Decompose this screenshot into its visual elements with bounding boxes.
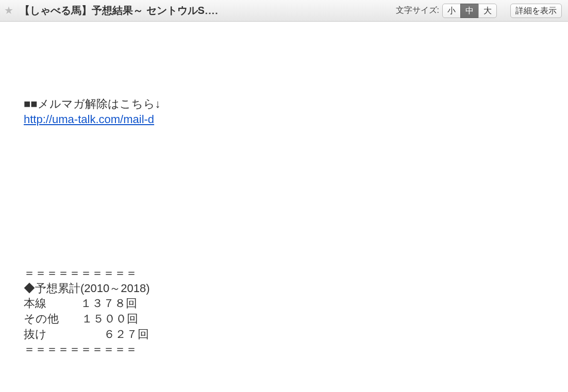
fontsize-large-button[interactable]: 大 <box>478 4 497 18</box>
stats-row-2-label: 抜け <box>24 328 47 340</box>
details-button[interactable]: 詳細を表示 <box>510 4 562 18</box>
unsubscribe-link[interactable]: http://uma-talk.com/mail-d <box>24 113 154 126</box>
fontsize-label: 文字サイズ: <box>396 5 439 16</box>
divider-bottom: ＝＝＝＝＝＝＝＝＝＝ <box>24 343 137 355</box>
fontsize-small-button[interactable]: 小 <box>442 4 461 18</box>
stats-block: ＝＝＝＝＝＝＝＝＝＝ ◆予想累計(2010～2018) 本線 １３７８回 その他… <box>24 265 544 357</box>
divider-top: ＝＝＝＝＝＝＝＝＝＝ <box>24 266 137 279</box>
header-bar: ★ 【しゃべる馬】予想結果～ セントウルS‥‥ 文字サイズ: 小 中 大 詳細を… <box>0 0 568 22</box>
stats-row-1-value: １５００回 <box>81 312 138 325</box>
stats-row-0-value: １３７８回 <box>80 297 137 310</box>
star-icon[interactable]: ★ <box>4 5 15 16</box>
page-title: 【しゃべる馬】予想結果～ セントウルS‥‥ <box>20 4 218 18</box>
fontsize-medium-button[interactable]: 中 <box>460 4 479 18</box>
stats-row-2-value: ６２７回 <box>104 328 149 340</box>
stats-row-1-label: その他 <box>24 312 59 325</box>
stats-heading: ◆予想累計(2010～2018) <box>24 282 150 295</box>
stats-row-0-label: 本線 <box>24 297 46 310</box>
fontsize-group: 文字サイズ: 小 中 大 <box>396 4 497 18</box>
fontsize-buttons: 小 中 大 <box>442 4 497 18</box>
email-content: ■■メルマガ解除はこちら↓ http://uma-talk.com/mail-d… <box>0 22 568 392</box>
unsubscribe-label: ■■メルマガ解除はこちら↓ <box>24 97 161 110</box>
unsubscribe-block: ■■メルマガ解除はこちら↓ http://uma-talk.com/mail-d <box>24 96 544 127</box>
